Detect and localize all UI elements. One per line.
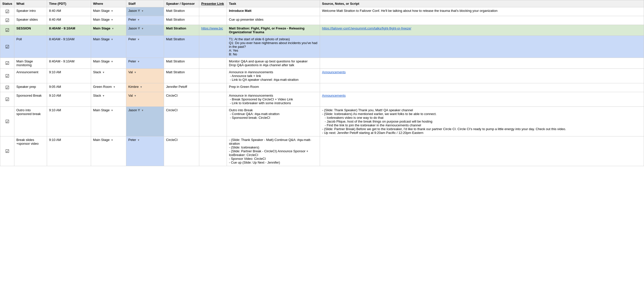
staff-dropdown-arrow[interactable]: ▼ bbox=[137, 139, 140, 141]
task-cell: Cue up presenter slides bbox=[227, 16, 320, 25]
status-cell: ☑ bbox=[0, 136, 14, 166]
where-cell: Main Stage ▼ bbox=[91, 136, 126, 166]
presenter-link-cell bbox=[199, 58, 227, 69]
status-cell: ☑ bbox=[0, 25, 14, 36]
source-link[interactable]: https://failover-conf.heysummit.com/talk… bbox=[322, 26, 411, 30]
source-cell bbox=[320, 83, 644, 92]
staff-name: Peter bbox=[128, 37, 136, 41]
source-cell: Welcome Matt Stratton to Failover Conf. … bbox=[320, 7, 644, 16]
table-row: ☑Speaker slides8:40 AMMain Stage ▼Peter … bbox=[0, 16, 644, 25]
presenter-link-cell: https://www.bic bbox=[199, 25, 227, 36]
source-cell: https://failover-conf.heysummit.com/talk… bbox=[320, 25, 644, 36]
staff-dropdown-arrow[interactable]: ▼ bbox=[139, 86, 142, 88]
staff-name: Val bbox=[128, 94, 133, 97]
where-dropdown-arrow[interactable]: ▼ bbox=[102, 71, 105, 74]
staff-dropdown-arrow[interactable]: ▼ bbox=[137, 60, 140, 63]
staff-dropdown-arrow[interactable]: ▼ bbox=[141, 109, 144, 112]
table-row: ☑Announcement9:10 AMSlack ▼Val ▼Matt Str… bbox=[0, 69, 644, 83]
status-cell: ☑ bbox=[0, 36, 14, 58]
source-cell bbox=[320, 16, 644, 25]
where-cell: Main Stage ▼ bbox=[91, 107, 126, 136]
where-cell: Main Stage ▼ bbox=[91, 58, 126, 69]
speaker-cell: CircleCI bbox=[164, 92, 199, 107]
checkmark-icon: ☑ bbox=[5, 97, 9, 102]
staff-cell: Peter ▼ bbox=[126, 136, 164, 166]
where-dropdown-arrow[interactable]: ▼ bbox=[110, 38, 113, 41]
task-cell: Prep in Green Room bbox=[227, 83, 320, 92]
staff-dropdown-arrow[interactable]: ▼ bbox=[133, 94, 137, 97]
where-cell: Slack ▼ bbox=[91, 69, 126, 83]
time-cell: 9:10 AM bbox=[47, 107, 91, 136]
staff-dropdown-arrow[interactable]: ▼ bbox=[137, 38, 140, 41]
time-cell: 8:40AM - 9:10AM bbox=[47, 25, 91, 36]
where-dropdown-arrow[interactable]: ▼ bbox=[102, 94, 105, 97]
where-dropdown-arrow[interactable]: ▼ bbox=[110, 10, 113, 12]
where-dropdown-arrow[interactable]: ▼ bbox=[110, 18, 113, 21]
staff-name: Peter bbox=[128, 138, 136, 142]
presenter-link-cell bbox=[199, 107, 227, 136]
where-dropdown-arrow[interactable]: ▼ bbox=[110, 139, 113, 141]
source-link[interactable]: Announcements bbox=[322, 70, 346, 74]
checkmark-icon: ☑ bbox=[5, 149, 9, 154]
table-row: ☑Speaker prep9:05 AMGreen Room ▼Kimbre ▼… bbox=[0, 83, 644, 92]
presenter-link[interactable]: https://www.bic bbox=[201, 26, 223, 30]
time-cell: 8:40 AM bbox=[47, 7, 91, 16]
source-cell: - (Slide: Thank Speaker) Thank you, Matt… bbox=[320, 107, 644, 136]
table-row: ☑Break slides +sponsor video9:10 AMMain … bbox=[0, 136, 644, 166]
where-dropdown-arrow[interactable]: ▼ bbox=[112, 86, 115, 88]
checkmark-icon: ☑ bbox=[5, 61, 9, 66]
header-what: What bbox=[14, 0, 47, 7]
task-cell: Matt Stratton: Fight, Flight, or Freeze … bbox=[227, 25, 320, 36]
staff-cell: Jason Y ▼ bbox=[126, 25, 164, 36]
staff-dropdown-arrow[interactable]: ▼ bbox=[133, 71, 137, 74]
what-cell: Break slides +sponsor video bbox=[14, 136, 47, 166]
speaker-cell: Matt Stratton bbox=[164, 7, 199, 16]
staff-dropdown-arrow[interactable]: ▼ bbox=[137, 18, 140, 21]
what-cell: Speaker slides bbox=[14, 16, 47, 25]
checkmark-icon: ☑ bbox=[5, 9, 9, 14]
where-dropdown-arrow[interactable]: ▼ bbox=[111, 27, 114, 30]
checkmark-icon: ☑ bbox=[5, 18, 9, 23]
header-presenter: Presenter Link bbox=[199, 0, 227, 7]
status-cell: ☑ bbox=[0, 7, 14, 16]
header-source: Source, Notes, or Script bbox=[320, 0, 644, 7]
what-cell: Main Stage monitoring bbox=[14, 58, 47, 69]
what-cell: Speaker prep bbox=[14, 83, 47, 92]
staff-name: Val bbox=[128, 70, 133, 74]
status-cell: ☑ bbox=[0, 69, 14, 83]
header-where: Where bbox=[91, 0, 126, 7]
time-cell: 8:40 AM bbox=[47, 16, 91, 25]
what-cell: Poll bbox=[14, 36, 47, 58]
staff-cell: Jason Y ▼ bbox=[126, 7, 164, 16]
staff-cell: Val ▼ bbox=[126, 92, 164, 107]
time-cell: 8:40AM - 9:10AM bbox=[47, 58, 91, 69]
speaker-cell: Matt Stratton bbox=[164, 25, 199, 36]
table-row: ☑Speaker intro8:40 AMMain Stage ▼Jason Y… bbox=[0, 7, 644, 16]
checkmark-icon: ☑ bbox=[5, 85, 9, 90]
task-cell: - (Slide: Thank Speaker - Matt) Continue… bbox=[227, 136, 320, 166]
source-cell bbox=[320, 58, 644, 69]
staff-dropdown-arrow[interactable]: ▼ bbox=[141, 27, 144, 30]
presenter-link-cell bbox=[199, 69, 227, 83]
staff-cell: Kimbre ▼ bbox=[126, 83, 164, 92]
staff-dropdown-arrow[interactable]: ▼ bbox=[141, 10, 144, 12]
where-dropdown-arrow[interactable]: ▼ bbox=[110, 109, 113, 112]
status-cell: ☑ bbox=[0, 58, 14, 69]
where-cell: Main Stage ▼ bbox=[91, 36, 126, 58]
table-row: ☑Sponsored Break9:10 AMSlack ▼Val ▼Circl… bbox=[0, 92, 644, 107]
table-row: ☑Outro into sponsored break9:10 AMMain S… bbox=[0, 107, 644, 136]
time-cell: 8:40AM - 9:10AM bbox=[47, 36, 91, 58]
speaker-cell: Matt Stratton bbox=[164, 69, 199, 83]
checkmark-icon: ☑ bbox=[5, 28, 9, 33]
staff-cell: Val ▼ bbox=[126, 69, 164, 83]
speaker-cell: CircleCI bbox=[164, 136, 199, 166]
task-cell: Monitor Q&A and queue up best questions … bbox=[227, 58, 320, 69]
source-link[interactable]: Announcements bbox=[322, 94, 346, 97]
where-dropdown-arrow[interactable]: ▼ bbox=[110, 60, 113, 63]
source-cell: Announcements bbox=[320, 92, 644, 107]
speaker-cell: CircleCI bbox=[164, 107, 199, 136]
header-task: Task bbox=[227, 0, 320, 7]
table-header: Status What Time (PDT) Where Staff Speak… bbox=[0, 0, 644, 7]
where-cell: Slack ▼ bbox=[91, 92, 126, 107]
where-cell: Main Stage ▼ bbox=[91, 16, 126, 25]
